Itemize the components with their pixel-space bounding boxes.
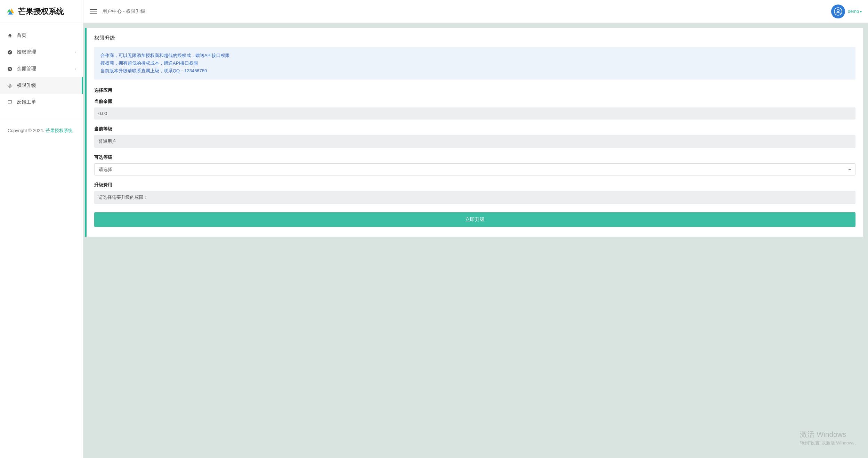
- sidebar-item-feedback[interactable]: 反馈工单: [0, 94, 83, 111]
- target-level-select[interactable]: 请选择: [94, 163, 855, 175]
- upgrade-card: 权限升级 合作商，可以无限添加授权商和超低的授权成，赠送API接口权限 授权商，…: [85, 28, 863, 237]
- diamond-icon: [7, 83, 13, 88]
- page-title: 权限升级: [87, 28, 863, 47]
- alert-line3: 当前版本升级请联系直属上级，联系QQ：123456789: [100, 67, 849, 75]
- brand-name: 芒果授权系统: [18, 6, 64, 17]
- current-level-value: 普通用户: [94, 135, 855, 148]
- dollar-icon: S: [7, 66, 13, 72]
- breadcrumb: 用户中心 - 权限升级: [102, 8, 145, 15]
- svg-text:S: S: [9, 67, 11, 71]
- alert-line2: 授权商，拥有超低的授权成本，赠送API接口权限: [100, 59, 849, 67]
- logo-icon: [6, 7, 15, 16]
- check-circle-icon: [7, 49, 13, 55]
- sidebar-item-home[interactable]: 首页: [0, 27, 83, 44]
- sidebar-item-label: 反馈工单: [17, 99, 36, 105]
- sidebar-item-label: 授权管理: [17, 49, 36, 55]
- copyright-text: Copyright © 2024.: [8, 128, 46, 133]
- chevron-right-icon: ›: [75, 50, 76, 54]
- sidebar-footer: Copyright © 2024. 芒果授权系统: [0, 119, 83, 142]
- chevron-right-icon: ›: [75, 67, 76, 71]
- submit-button[interactable]: 立即升级: [94, 212, 855, 227]
- balance-value: 0.00: [94, 107, 855, 120]
- sidebar: 芒果授权系统 首页 授权管理 › S 余额管理 › 权限升级: [0, 0, 83, 458]
- balance-label: 当前余额: [94, 98, 855, 105]
- topbar: 用户中心 - 权限升级 demo: [83, 0, 868, 23]
- section-label: 选择应用: [94, 87, 855, 93]
- svg-point-4: [837, 9, 839, 11]
- menu-toggle-icon[interactable]: [90, 8, 97, 15]
- user-menu[interactable]: demo: [848, 9, 862, 14]
- sidebar-item-auth-mgmt[interactable]: 授权管理 ›: [0, 44, 83, 60]
- avatar[interactable]: [831, 5, 845, 18]
- sidebar-item-label: 余额管理: [17, 66, 36, 72]
- fee-label: 升级费用: [94, 182, 855, 188]
- current-level-label: 当前等级: [94, 126, 855, 132]
- sidebar-item-label: 权限升级: [17, 82, 36, 89]
- sidebar-item-upgrade[interactable]: 权限升级: [0, 77, 83, 94]
- alert-line1: 合作商，可以无限添加授权商和超低的授权成，赠送API接口权限: [100, 52, 849, 59]
- chat-icon: [7, 99, 13, 105]
- target-level-label: 可选等级: [94, 154, 855, 161]
- info-alert: 合作商，可以无限添加授权商和超低的授权成，赠送API接口权限 授权商，拥有超低的…: [94, 47, 855, 80]
- sidebar-item-label: 首页: [17, 32, 26, 39]
- sidebar-nav: 首页 授权管理 › S 余额管理 › 权限升级 反馈工单: [0, 23, 83, 111]
- home-icon: [7, 33, 13, 38]
- logo[interactable]: 芒果授权系统: [0, 0, 83, 23]
- fee-value: 请选择需要升级的权限！: [94, 191, 855, 204]
- sidebar-item-balance-mgmt[interactable]: S 余额管理 ›: [0, 60, 83, 77]
- footer-brand-link[interactable]: 芒果授权系统: [46, 128, 73, 133]
